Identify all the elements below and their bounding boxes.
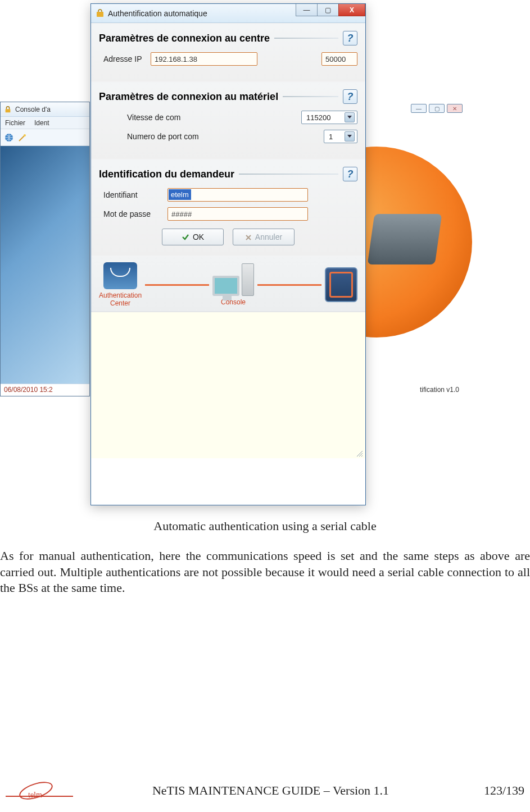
device-icon <box>325 267 357 302</box>
console-statusbar-left: 06/08/2010 15:2 <box>1 384 89 396</box>
section-connexion-materiel: Paramètres de connexion au matériel ? Vi… <box>91 81 365 159</box>
label-vitesse-com: Vitesse de com <box>99 113 296 122</box>
input-adresse-ip[interactable] <box>151 52 257 66</box>
svg-point-2 <box>24 134 26 136</box>
input-mot-de-passe[interactable] <box>167 207 308 221</box>
diagram-label-auth-2: Center <box>110 299 130 307</box>
menu-item-fichier[interactable]: Fichier <box>1 119 30 127</box>
section-identification: Identification du demandeur ? Identifian… <box>91 159 365 256</box>
label-mot-de-passe: Mot de passe <box>99 209 162 218</box>
dropdown-vitesse-com[interactable]: 115200 <box>301 111 357 124</box>
dialog-titlebar: Authentification automatique — ▢ X <box>91 4 365 23</box>
dialog-output-area <box>91 311 365 458</box>
input-identifiant-value: etelm <box>169 189 191 200</box>
section-heading-centre: Paramètres de connexion au centre <box>99 33 270 44</box>
dialog-title-text: Authentification automatique <box>108 9 207 18</box>
background-graphic-device <box>368 214 442 264</box>
cancel-button[interactable]: Annuler <box>233 229 295 245</box>
diagram-connector-1 <box>145 284 209 286</box>
console-icon <box>212 263 254 296</box>
authentication-dialog: Authentification automatique — ▢ X Param… <box>90 3 366 505</box>
footer-logo: telm <box>0 781 79 801</box>
help-button-materiel[interactable]: ? <box>343 89 357 104</box>
svg-text:telm: telm <box>28 791 42 799</box>
dialog-maximize-button[interactable]: ▢ <box>317 4 338 16</box>
divider <box>239 174 338 175</box>
menu-item-ident[interactable]: Ident <box>30 119 54 127</box>
label-port-com: Numero de port com <box>99 132 318 141</box>
chevron-down-icon <box>345 131 355 142</box>
background-console-right: — ▢ ✕ tification v1.0 <box>365 102 530 396</box>
globe-icon[interactable] <box>4 133 14 143</box>
svg-rect-0 <box>6 109 11 112</box>
diagram-connector-2 <box>257 284 321 286</box>
svg-rect-3 <box>97 12 103 17</box>
diagram-node-device <box>325 267 357 302</box>
console-body-image <box>1 146 89 384</box>
resize-grip-icon[interactable] <box>356 449 363 456</box>
input-identifiant[interactable]: etelm <box>167 188 308 202</box>
dialog-minimize-button[interactable]: — <box>296 4 317 16</box>
x-icon <box>245 234 252 240</box>
body-paragraph: As for manual authentication, here the c… <box>0 548 530 596</box>
auth-center-icon <box>103 262 137 289</box>
diagram-label-auth-1: Authentication <box>99 291 142 299</box>
section-heading-materiel: Paramètres de connexion au matériel <box>99 91 278 103</box>
console-title-text: Console d'a <box>15 106 51 113</box>
help-button-identification[interactable]: ? <box>343 167 357 181</box>
lock-icon <box>4 106 12 113</box>
console-menubar[interactable]: Fichier Ident <box>1 117 89 129</box>
section-diagram: Authentication Center Console <box>91 256 365 311</box>
dialog-close-button[interactable]: X <box>338 4 365 16</box>
divider <box>283 96 338 97</box>
figure-caption: Automatic authentication using a serial … <box>0 519 530 533</box>
console-close-button[interactable]: ✕ <box>447 104 463 113</box>
console-maximize-button[interactable]: ▢ <box>429 104 445 113</box>
dropdown-port-com[interactable]: 1 <box>324 130 357 143</box>
section-connexion-centre: Paramètres de connexion au centre ? Adre… <box>91 23 365 81</box>
input-port[interactable] <box>321 52 357 66</box>
cancel-button-label: Annuler <box>255 232 282 241</box>
console-minimize-button[interactable]: — <box>411 104 427 113</box>
diagram-node-console: Console <box>212 263 254 306</box>
wand-icon[interactable] <box>17 133 28 143</box>
label-identifiant: Identifiant <box>99 190 162 199</box>
dropdown-vitesse-value: 115200 <box>306 113 330 122</box>
ok-button-label: OK <box>193 232 204 241</box>
console-titlebar: Console d'a <box>1 102 89 117</box>
dropdown-port-value: 1 <box>329 133 333 141</box>
footer-title: NeTIS MAINTENANCE GUIDE – Version 1.1 <box>79 783 463 798</box>
ok-button[interactable]: OK <box>162 229 224 245</box>
diagram-node-auth-center: Authentication Center <box>99 262 142 308</box>
help-button-centre[interactable]: ? <box>343 31 357 45</box>
console-statusbar-right: tification v1.0 <box>416 384 463 396</box>
section-heading-identification: Identification du demandeur <box>99 168 234 180</box>
chevron-down-icon <box>345 112 355 122</box>
divider <box>274 38 338 39</box>
monitor-icon <box>212 276 239 296</box>
tower-icon <box>242 263 254 296</box>
page-footer: telm NeTIS MAINTENANCE GUIDE – Version 1… <box>0 781 530 801</box>
background-console-window: Console d'a Fichier Ident 06/08/2010 15:… <box>0 102 90 396</box>
checkmark-icon <box>182 233 189 241</box>
label-adresse-ip: Adresse IP <box>99 54 145 63</box>
console-window-controls: — ▢ ✕ <box>411 104 463 113</box>
dialog-window-controls: — ▢ X <box>296 4 365 16</box>
app-icon <box>96 9 105 18</box>
console-toolbar <box>1 129 89 146</box>
footer-page-number: 123/139 <box>463 783 530 798</box>
